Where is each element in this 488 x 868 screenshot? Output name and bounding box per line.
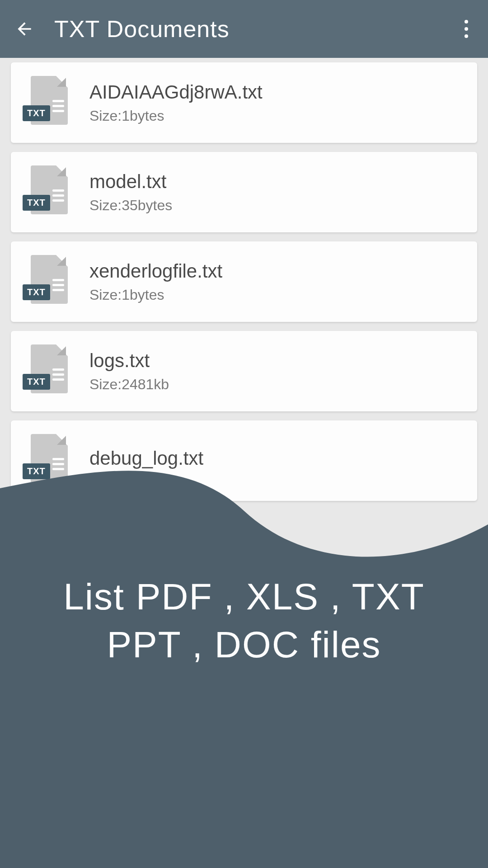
txt-file-icon: TXT xyxy=(23,76,68,129)
page-title: TXT Documents xyxy=(54,15,230,42)
promo-tagline: List PDF , XLS , TXT PPT , DOC files xyxy=(0,573,488,669)
file-name: debug_log.txt xyxy=(89,448,203,469)
txt-file-icon: TXT xyxy=(23,344,68,398)
file-list: TXT AIDAIAAGdj8rwA.txt Size:1bytes TXT m… xyxy=(0,58,488,501)
promo-overlay: List PDF , XLS , TXT PPT , DOC files xyxy=(0,452,488,868)
file-size: Size:35bytes xyxy=(89,197,172,214)
app-header: TXT Documents xyxy=(0,0,488,58)
overflow-menu-button[interactable] xyxy=(457,15,475,42)
txt-file-icon: TXT xyxy=(23,255,68,308)
dot-icon xyxy=(465,27,468,31)
file-name: xenderlogfile.txt xyxy=(89,260,222,282)
file-name: model.txt xyxy=(89,171,172,193)
txt-file-icon: TXT xyxy=(23,165,68,219)
file-item[interactable]: TXT model.txt Size:35bytes xyxy=(11,152,477,232)
file-item[interactable]: TXT AIDAIAAGdj8rwA.txt Size:1bytes xyxy=(11,62,477,143)
file-item[interactable]: TXT logs.txt Size:2481kb xyxy=(11,331,477,411)
file-name: AIDAIAAGdj8rwA.txt xyxy=(89,81,263,103)
file-item[interactable]: TXT xenderlogfile.txt Size:1bytes xyxy=(11,241,477,322)
dot-icon xyxy=(465,20,468,24)
file-name: logs.txt xyxy=(89,350,169,372)
file-size: Size:1bytes xyxy=(89,287,222,303)
file-item[interactable]: TXT debug_log.txt xyxy=(11,420,477,501)
back-button[interactable] xyxy=(13,17,36,41)
file-size: Size:2481kb xyxy=(89,376,169,393)
file-size: Size:1bytes xyxy=(89,108,263,124)
txt-file-icon: TXT xyxy=(23,434,68,487)
back-arrow-icon xyxy=(14,19,34,39)
dot-icon xyxy=(465,34,468,38)
